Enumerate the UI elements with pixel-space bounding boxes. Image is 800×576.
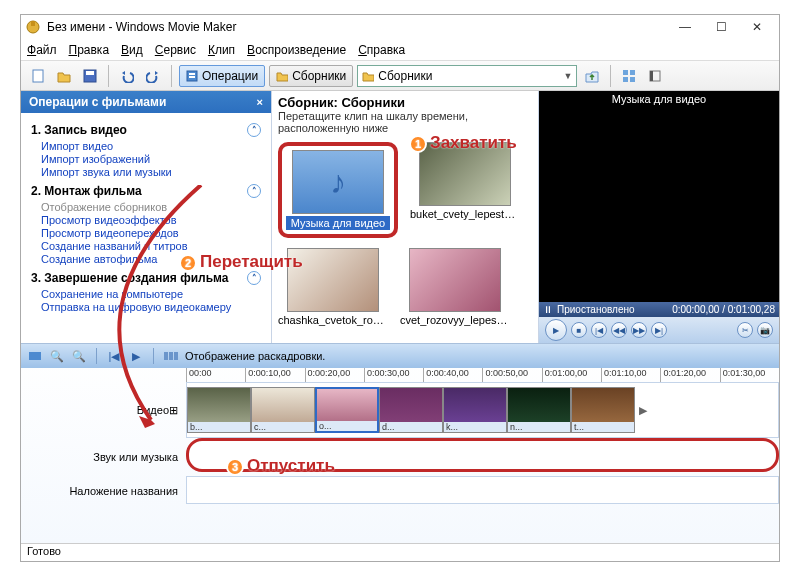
import-video-link[interactable]: Импорт видео (41, 140, 261, 152)
video-pane: Музыка для видео ⏸ Приостановлено 0:00:0… (539, 91, 779, 343)
collection-thumbs: ♪ Музыка для видео buket_cvety_lepestki_… (278, 142, 532, 326)
thumb-caption: buket_cvety_lepestki_be... (410, 208, 520, 220)
clip[interactable]: t... (571, 387, 635, 433)
tick: 0:01:30,00 (720, 368, 779, 382)
up-button[interactable] (581, 65, 603, 87)
status-bar: Готово (21, 543, 779, 561)
storyboard-label[interactable]: Отображение раскадровки. (185, 350, 325, 362)
clip[interactable]: d... (379, 387, 443, 433)
prev-button[interactable]: |◀ (591, 322, 607, 338)
thumb-image[interactable]: cvet_rozovyy_lepestki_r... (400, 248, 510, 326)
svg-rect-10 (623, 77, 628, 82)
play-button[interactable]: ▶ (545, 319, 567, 341)
open-button[interactable] (53, 65, 75, 87)
menu-play[interactable]: Воспроизведение (247, 43, 346, 57)
title-overlay-track[interactable] (186, 476, 779, 504)
thumb-image[interactable]: buket_cvety_lepestki_be... (410, 142, 520, 238)
svg-rect-15 (164, 352, 168, 360)
svg-rect-2 (33, 70, 43, 82)
menu-tools[interactable]: Сервис (155, 43, 196, 57)
titles-link[interactable]: Создание названий и титров (41, 240, 261, 252)
rewind-button[interactable]: ◀◀ (611, 322, 627, 338)
automovie-link[interactable]: Создание автофильма (41, 253, 261, 265)
undo-button[interactable] (116, 65, 138, 87)
clip[interactable]: k... (443, 387, 507, 433)
tasks-toggle[interactable]: Операции (179, 65, 265, 87)
view2-button[interactable] (644, 65, 666, 87)
clip[interactable]: n... (507, 387, 571, 433)
menu-edit[interactable]: Правка (69, 43, 110, 57)
import-images-link[interactable]: Импорт изображений (41, 153, 261, 165)
tick: 0:00:20,00 (305, 368, 364, 382)
collection-hint: Перетащите клип на шкалу времени, распол… (278, 110, 532, 134)
menu-view[interactable]: Вид (121, 43, 143, 57)
section-1[interactable]: 1. Запись видео˄ (31, 123, 261, 137)
thumb-image[interactable]: chashka_cvetok_roza_8... (278, 248, 388, 326)
svg-rect-9 (630, 70, 635, 75)
snapshot-button[interactable]: 📷 (757, 322, 773, 338)
save-button[interactable] (79, 65, 101, 87)
video-effects-link[interactable]: Просмотр видеоэффектов (41, 214, 261, 226)
pause-icon: ⏸ (543, 304, 553, 315)
svg-rect-7 (189, 76, 195, 78)
storyboard-icon[interactable] (163, 348, 179, 364)
svg-rect-16 (169, 352, 173, 360)
rewind-timeline-button[interactable]: |◀ (106, 348, 122, 364)
close-button[interactable]: ✕ (739, 17, 775, 37)
split-button[interactable]: ✂ (737, 322, 753, 338)
clip[interactable]: b... (187, 387, 251, 433)
section-3[interactable]: 3. Завершение создания фильма˄ (31, 271, 261, 285)
timeline-labels: Видео ⊞ Звук или музыка Наложение назван… (21, 368, 186, 543)
tasks-label: Операции (202, 69, 258, 83)
new-button[interactable] (27, 65, 49, 87)
save-computer-link[interactable]: Сохранение на компьютере (41, 288, 261, 300)
thumb-audio[interactable]: ♪ Музыка для видео (278, 142, 398, 238)
separator (171, 65, 172, 87)
tasks-header: Операции с фильмами × (21, 91, 271, 113)
stop-button[interactable]: ■ (571, 322, 587, 338)
redo-button[interactable] (142, 65, 164, 87)
minimize-button[interactable]: — (667, 17, 703, 37)
send-dv-link[interactable]: Отправка на цифровую видеокамеру (41, 301, 261, 313)
thumb-caption: chashka_cvetok_roza_8... (278, 314, 388, 326)
video-preview (539, 107, 779, 302)
show-collections-link[interactable]: Отображение сборников (41, 201, 261, 213)
next-button[interactable]: ▶| (651, 322, 667, 338)
timeline-toolbar: 🔍 🔍 |◀ ▶ Отображение раскадровки. (21, 344, 779, 368)
play-timeline-button[interactable]: ▶ (128, 348, 144, 364)
menu-file[interactable]: Файл (27, 43, 57, 57)
chevron-up-icon: ˄ (247, 184, 261, 198)
video-transitions-link[interactable]: Просмотр видеопереходов (41, 227, 261, 239)
zoom-in-icon[interactable]: 🔍 (49, 348, 65, 364)
clip[interactable]: c... (251, 387, 315, 433)
view1-button[interactable] (618, 65, 640, 87)
menu-help[interactable]: Справка (358, 43, 405, 57)
title-track-label: Наложение названия (21, 476, 186, 506)
scroll-right-icon[interactable]: ▶ (639, 404, 647, 417)
timeline-view-icon[interactable] (27, 348, 43, 364)
video-track[interactable]: b... c... o... d... k... n... t... ▶ (186, 382, 779, 438)
thumb-caption: cvet_rozovyy_lepestki_r... (400, 314, 510, 326)
separator (610, 65, 611, 87)
chevron-up-icon: ˄ (247, 271, 261, 285)
timeline-pane: 🔍 🔍 |◀ ▶ Отображение раскадровки. Видео … (21, 343, 779, 543)
svg-rect-11 (630, 77, 635, 82)
menu-clip[interactable]: Клип (208, 43, 235, 57)
collections-toggle[interactable]: Сборники (269, 65, 353, 87)
audio-track-label: Звук или музыка (21, 438, 186, 476)
section-2[interactable]: 2. Монтаж фильма˄ (31, 184, 261, 198)
forward-button[interactable]: ▶▶ (631, 322, 647, 338)
audio-track[interactable] (186, 438, 779, 472)
maximize-button[interactable]: ☐ (703, 17, 739, 37)
tasks-header-label: Операции с фильмами (29, 95, 166, 109)
tick: 0:00:30,00 (364, 368, 423, 382)
chevron-up-icon: ˄ (247, 123, 261, 137)
clip[interactable]: o... (315, 387, 379, 433)
svg-rect-13 (650, 71, 653, 81)
collections-combo[interactable]: Сборники ▼ (357, 65, 577, 87)
tick: 0:01:10,00 (601, 368, 660, 382)
tasks-close-button[interactable]: × (257, 96, 263, 108)
zoom-out-icon[interactable]: 🔍 (71, 348, 87, 364)
import-audio-link[interactable]: Импорт звука или музыки (41, 166, 261, 178)
tick: 0:00:50,00 (482, 368, 541, 382)
